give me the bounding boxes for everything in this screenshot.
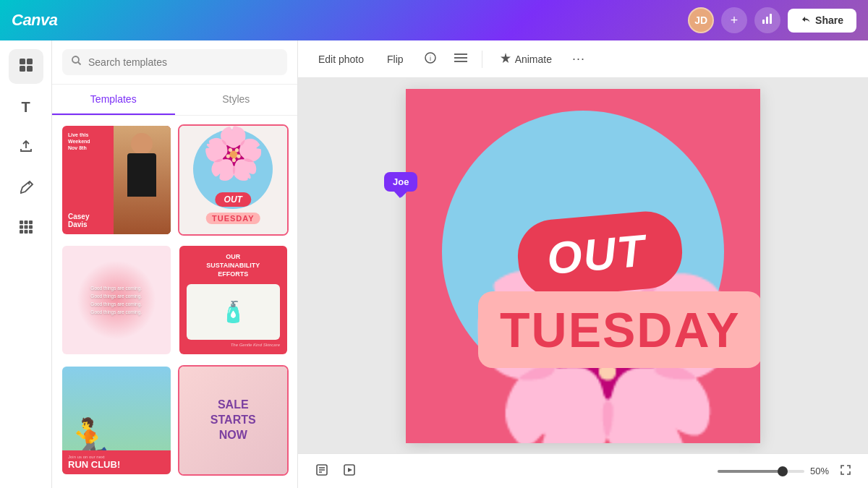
app-header: Canva JD + Share [0,0,868,40]
sidebar-item-elements[interactable] [9,49,43,84]
notes-button[interactable] [310,459,334,484]
svg-rect-11 [24,225,27,228]
template-card-3[interactable]: Good things are coming.Good things are c… [61,244,172,356]
tab-styles[interactable]: Styles [175,85,298,115]
svg-rect-2 [770,14,772,24]
svg-rect-7 [20,221,23,224]
zoom-label: 50% [810,466,829,476]
sidebar-item-text[interactable]: T [9,90,43,124]
tuesday-text: TUESDAY [500,302,741,357]
canvas-background: 🌸 OUT TUESDAY [406,89,760,443]
toolbar-divider [482,51,482,68]
tab-templates[interactable]: Templates [52,85,175,115]
more-icon: ··· [572,51,585,67]
svg-rect-0 [762,20,765,24]
svg-marker-27 [348,468,352,472]
template-card-1[interactable]: Live thisWeekendNov 8th CaseyDavis [61,124,172,236]
lines-icon [454,53,467,66]
sparkle-icon [500,52,511,66]
main-content: T [0,40,868,488]
svg-rect-15 [29,230,33,234]
add-collaborator-button[interactable]: + [721,7,747,33]
avatar[interactable]: JD [688,7,714,33]
canvas-toolbar: Edit photo Flip i [298,40,868,78]
notes-icon [315,463,328,479]
app-logo: Canva [12,11,58,30]
panel-tabs: Templates Styles [52,85,297,116]
lines-button[interactable] [448,47,473,72]
fullscreen-icon [840,464,851,478]
svg-text:i: i [430,55,431,62]
bottom-left-actions [310,459,362,484]
svg-rect-1 [766,17,768,24]
templates-panel: Templates Styles Live thisWeekendNov 8th… [52,40,298,488]
sidebar-item-draw[interactable] [9,171,43,205]
info-button[interactable]: i [418,47,443,72]
canvas-tuesday-badge[interactable]: TUESDAY [478,291,760,368]
animate-button[interactable]: Animate [491,48,561,70]
svg-rect-3 [20,59,25,64]
svg-rect-5 [20,66,25,72]
plus-icon: + [731,13,739,28]
zoom-slider-wrapper [718,470,804,473]
svg-rect-10 [20,225,23,228]
svg-rect-4 [27,59,33,64]
draw-icon [18,179,34,198]
sidebar-item-apps[interactable] [9,211,43,246]
share-button[interactable]: Share [788,9,856,33]
canvas-viewport[interactable]: Joe 🌸 OUT TUESDAY [298,78,868,453]
edit-photo-label: Edit photo [318,53,364,65]
template-card-6[interactable]: SALESTARTSNOW [178,365,289,476]
svg-rect-6 [27,66,33,72]
out-text: OUT [545,225,647,283]
upload-icon [18,138,34,158]
edit-photo-button[interactable]: Edit photo [310,49,373,69]
play-icon [343,463,356,479]
zoom-slider-thumb[interactable] [778,466,788,476]
templates-grid: Live thisWeekendNov 8th CaseyDavis [52,116,297,488]
zoom-slider-fill [718,470,783,473]
svg-rect-14 [24,230,27,234]
svg-rect-8 [24,221,27,224]
bottom-toolbar: 50% [298,453,868,488]
search-icon [71,55,82,69]
sidebar-item-uploads[interactable] [9,130,43,165]
template-card-5[interactable]: 🏃 Join us on our next RUN CLUB! [61,365,172,476]
grid-icon [18,57,34,77]
canvas-out-badge[interactable]: OUT [515,208,685,299]
search-wrapper [62,49,287,75]
zoom-slider[interactable] [718,470,804,473]
flip-button[interactable]: Flip [378,49,412,69]
play-button[interactable] [337,459,362,484]
template-card-2[interactable]: 🌸 OUT TUESDAY [178,124,289,236]
fullscreen-button[interactable] [835,461,856,482]
svg-point-16 [72,56,79,63]
canvas-area: Edit photo Flip i [298,40,868,488]
analytics-button[interactable] [754,7,780,33]
search-input[interactable] [88,56,278,68]
more-options-button[interactable]: ··· [566,47,591,72]
svg-rect-13 [20,230,23,234]
svg-rect-12 [29,225,33,228]
text-icon: T [21,99,30,116]
chart-icon [761,12,774,29]
svg-rect-9 [29,221,33,224]
share-icon [801,14,811,27]
collaborator-bubble: Joe [384,172,417,192]
search-box [52,40,297,85]
template-card-4[interactable]: OURSUSTAINABILITYEFFORTS 🧴 The Gentle Ki… [178,244,289,356]
sidebar: T [0,40,52,488]
info-icon: i [425,52,436,67]
header-actions: JD + Share [688,7,856,33]
bottom-right-actions: 50% [718,461,856,482]
design-canvas: Joe 🌸 OUT TUESDAY [406,89,760,443]
apps-icon [18,219,34,239]
